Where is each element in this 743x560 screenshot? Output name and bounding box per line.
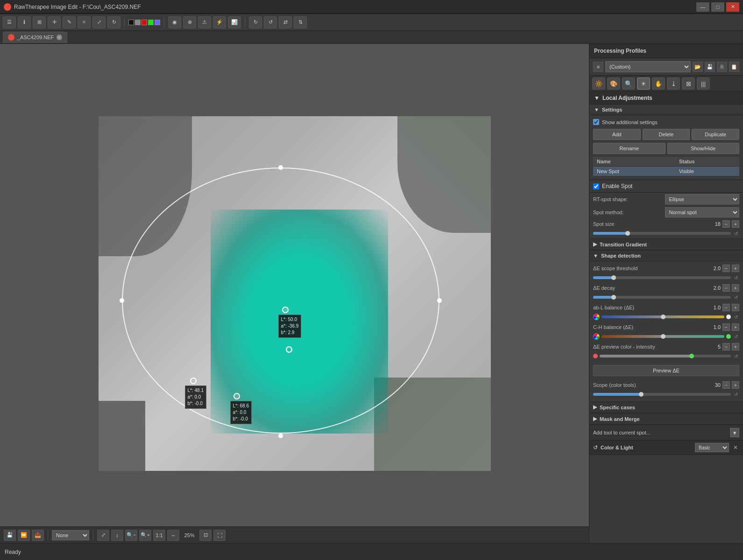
ab-l-reset[interactable]: ↺ [733, 314, 739, 320]
spot-marker-2[interactable] [190, 378, 197, 384]
toolbar-btn-chart[interactable]: 📊 [228, 16, 241, 28]
spot-size-plus[interactable]: + [732, 220, 739, 228]
transform-select[interactable]: None [52, 530, 89, 540]
settings-section-header[interactable]: ▼ Settings [589, 105, 743, 115]
duplicate-spot-btn[interactable]: Duplicate [692, 129, 739, 140]
bottom-export-btn[interactable]: 📤 [32, 530, 44, 541]
toolbar-btn-expand[interactable]: ⤢ [92, 16, 106, 28]
ch-reset[interactable]: ↺ [733, 333, 739, 340]
ab-l-slider-track[interactable] [601, 315, 724, 318]
window-controls[interactable]: — □ ✕ [696, 2, 739, 12]
profile-open-btn[interactable]: 📂 [693, 62, 703, 72]
toolbar-btn-shield[interactable]: ⊕ [183, 16, 196, 28]
spot-size-minus[interactable]: − [722, 220, 730, 228]
tab-color[interactable]: 🎨 [607, 77, 620, 90]
color-light-mode-select[interactable]: Basic Advanced [695, 443, 729, 452]
profile-save-file-btn[interactable]: 💾 [705, 62, 715, 72]
ch-plus[interactable]: + [732, 323, 739, 331]
preview-de-btn[interactable]: Preview ΔE [593, 365, 739, 376]
de-scope-thumb[interactable] [611, 275, 616, 280]
profile-save-btn[interactable]: ≡ [593, 62, 603, 72]
de-decay-minus[interactable]: − [722, 284, 730, 292]
tab-barcode[interactable]: ||| [697, 77, 710, 90]
add-spot-btn[interactable]: Add [593, 129, 641, 140]
handle-bottom[interactable] [278, 434, 283, 438]
show-additional-checkbox[interactable] [593, 119, 599, 125]
toolbar-btn-rot-ccw[interactable]: ↺ [264, 16, 277, 28]
tab-meta[interactable]: ⊠ [682, 77, 695, 90]
spot-marker-1[interactable] [282, 307, 289, 313]
de-scope-minus[interactable]: − [722, 265, 730, 272]
shape-detection-header[interactable]: ▼ Shape detection [589, 250, 743, 261]
scope-reset[interactable]: ↺ [733, 391, 739, 398]
zoom-fit-btn[interactable]: ⤢ [97, 530, 109, 541]
profile-select[interactable]: (Custom) [605, 61, 691, 72]
scope-thumb[interactable] [639, 392, 644, 397]
ab-l-thumb[interactable] [661, 315, 665, 319]
zoom-prev-btn[interactable]: ⊡ [199, 530, 212, 541]
ab-l-minus[interactable]: − [722, 304, 730, 311]
tab-raw[interactable]: ⤓ [667, 77, 680, 90]
de-scope-plus[interactable]: + [732, 265, 739, 272]
bottom-save-btn[interactable]: 💾 [4, 530, 16, 541]
tab-transform[interactable]: ✋ [652, 77, 665, 90]
local-adjustments-header[interactable]: ▼ Local Adjustments [589, 92, 743, 105]
de-preview-plus[interactable]: + [732, 343, 739, 350]
canvas-area[interactable]: L*: 50.0 a*: -36.9 b*: 2.9 L*: 48.1 a*: … [0, 44, 589, 543]
de-decay-slider-track[interactable] [593, 296, 731, 299]
spot-marker-3[interactable] [234, 393, 240, 399]
toolbar-btn-warn2[interactable]: ⚡ [213, 16, 226, 28]
zoom-in-btn[interactable]: 🔍+ [139, 530, 151, 541]
profile-copy-btn[interactable]: ⎘ [717, 62, 727, 72]
zoom-out-btn[interactable]: 🔍− [125, 530, 137, 541]
table-row[interactable]: New Spot Visible [593, 167, 739, 176]
minimize-button[interactable]: — [696, 2, 709, 12]
scope-plus[interactable]: + [732, 381, 739, 389]
de-preview-thumb[interactable] [689, 354, 694, 358]
spot-size-slider-track[interactable] [593, 232, 731, 235]
tab-asc4209[interactable]: _ASC4209.NEF × [3, 32, 67, 43]
toolbar-btn-1[interactable]: ☰ [3, 16, 16, 28]
spot-size-slider-thumb[interactable] [625, 231, 630, 236]
ch-minus[interactable]: − [722, 323, 730, 331]
scope-minus[interactable]: − [722, 381, 730, 389]
zoom-fit-h-btn[interactable]: ↕ [111, 530, 123, 541]
color-swatch-green[interactable] [148, 20, 154, 25]
color-swatch-red[interactable] [142, 20, 147, 25]
close-button[interactable]: ✕ [726, 2, 739, 12]
tab-detail[interactable]: 🔍 [622, 77, 635, 90]
de-decay-thumb[interactable] [611, 295, 616, 300]
toolbar-btn-rot-cw[interactable]: ↻ [249, 16, 262, 28]
mask-merge-header[interactable]: ▶ Mask and Merge [589, 413, 743, 425]
enable-spot-checkbox[interactable] [593, 183, 599, 189]
fullscreen-btn[interactable]: ⛶ [213, 530, 226, 541]
de-preview-slider-track[interactable] [600, 355, 731, 357]
toolbar-btn-flip-v[interactable]: ⇅ [294, 16, 307, 28]
color-swatch-black[interactable] [128, 20, 134, 25]
toolbar-btn-circle[interactable]: ◉ [168, 16, 181, 28]
tab-exposure[interactable]: 🔆 [592, 77, 605, 90]
toolbar-btn-transform[interactable]: ⌗ [78, 16, 91, 28]
zoom-100-btn[interactable]: 1:1 [153, 530, 165, 541]
color-light-close-btn[interactable]: ✕ [732, 444, 739, 451]
toolbar-btn-warn1[interactable]: ⚠ [198, 16, 211, 28]
rt-spot-shape-select[interactable]: Ellipse Rectangle [665, 194, 740, 204]
rename-spot-btn[interactable]: Rename [593, 143, 665, 154]
toolbar-btn-grid[interactable]: ⊞ [33, 16, 46, 28]
specific-cases-header[interactable]: ▶ Specific cases [589, 401, 743, 413]
zoom-fit-width-btn[interactable]: ↔ [167, 530, 179, 541]
toolbar-btn-edit[interactable]: ✎ [63, 16, 76, 28]
de-scope-reset[interactable]: ↺ [733, 274, 739, 281]
toolbar-btn-crosshair[interactable]: ✛ [48, 16, 61, 28]
de-preview-minus[interactable]: − [722, 343, 730, 350]
scope-slider-track[interactable] [593, 393, 731, 396]
handle-right[interactable] [437, 298, 442, 303]
handle-top[interactable] [278, 165, 283, 170]
ch-thumb[interactable] [661, 334, 665, 339]
spot-size-reset[interactable]: ↺ [733, 230, 739, 237]
add-tool-dropdown-btn[interactable]: ▾ [730, 428, 739, 437]
toolbar-btn-info[interactable]: ℹ [18, 16, 31, 28]
toolbar-btn-rotate[interactable]: ↻ [107, 16, 120, 28]
de-decay-plus[interactable]: + [732, 284, 739, 292]
handle-left[interactable] [120, 298, 124, 303]
